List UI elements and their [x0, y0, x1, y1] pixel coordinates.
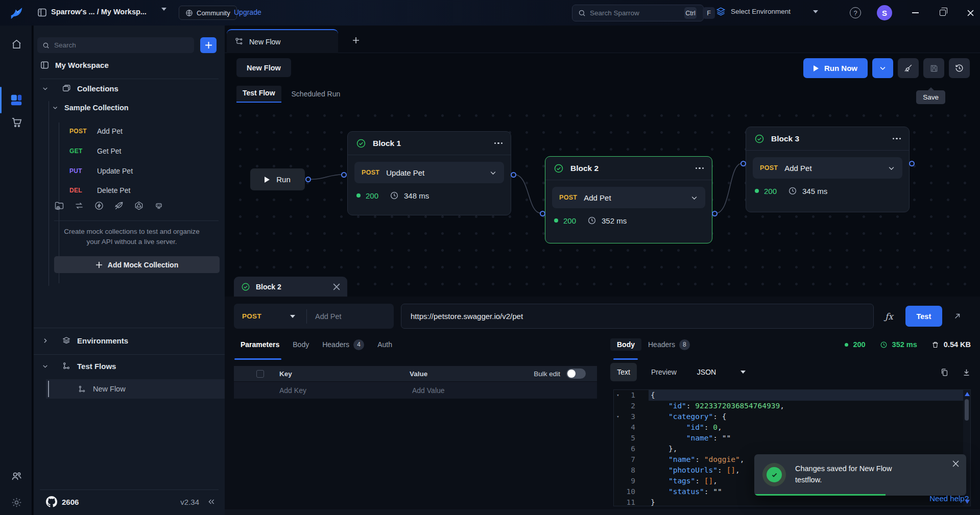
request-item[interactable]: GET Get Pet: [69, 143, 121, 159]
connector-handle[interactable]: [740, 161, 746, 166]
success-check-icon: [762, 463, 786, 486]
home-icon[interactable]: [9, 37, 23, 51]
divider: [40, 79, 219, 79]
tab-response-body[interactable]: Body: [610, 338, 641, 351]
format-caret-icon[interactable]: [740, 371, 746, 374]
workspace-caret-icon[interactable]: [161, 11, 166, 20]
block-menu-icon[interactable]: [494, 142, 503, 144]
clear-canvas-button[interactable]: [898, 58, 919, 78]
new-tab-button[interactable]: [348, 33, 364, 48]
maximize-button[interactable]: [936, 6, 950, 19]
marketplace-cart-icon[interactable]: [9, 115, 23, 129]
collapse-sidebar-icon[interactable]: [207, 498, 216, 506]
block-request-select[interactable]: POST Update Pet: [354, 162, 504, 183]
flow-block-3[interactable]: Block 3 POST Add Pet 200 345 ms: [746, 127, 910, 212]
connector-handle[interactable]: [305, 177, 311, 182]
add-mock-collection-button[interactable]: Add Mock Collection: [54, 256, 220, 273]
detail-block-tab[interactable]: Block 2: [234, 277, 347, 297]
community-users-icon[interactable]: [9, 469, 23, 483]
open-request-icon[interactable]: [952, 311, 962, 321]
scroll-thumb[interactable]: [965, 399, 969, 421]
collections-nav-icon[interactable]: [9, 93, 23, 107]
block-request-select[interactable]: POST Add Pet: [552, 187, 705, 208]
url-input[interactable]: [411, 312, 864, 321]
format-select[interactable]: JSON: [697, 368, 716, 376]
sidebar-search-input[interactable]: [54, 41, 189, 49]
add-new-button[interactable]: [200, 37, 217, 53]
environment-selector[interactable]: Select Environment: [716, 7, 818, 16]
community-button[interactable]: Community: [179, 6, 237, 20]
url-field[interactable]: [401, 304, 874, 329]
settings-gear-icon[interactable]: [9, 495, 23, 509]
block-menu-icon[interactable]: [893, 138, 901, 140]
close-icon[interactable]: [333, 283, 340, 290]
tab-body[interactable]: Body: [286, 338, 316, 351]
minimize-button[interactable]: [908, 6, 922, 19]
mock-pen-icon[interactable]: [113, 200, 125, 212]
tab-auth[interactable]: Auth: [371, 338, 399, 351]
global-search-input[interactable]: [590, 9, 680, 17]
need-help-link[interactable]: Need help?: [929, 494, 969, 503]
sync-arrows-icon[interactable]: [73, 200, 85, 212]
sidebar-search[interactable]: [37, 37, 194, 53]
key-input[interactable]: [279, 386, 412, 395]
view-preview-button[interactable]: Preview: [651, 368, 677, 376]
sidebar-item-new-flow[interactable]: New Flow: [46, 379, 225, 399]
value-input[interactable]: [412, 386, 505, 395]
workspace-title[interactable]: My Workspace: [40, 60, 109, 70]
help-button[interactable]: ?: [850, 7, 861, 18]
connector-handle[interactable]: [511, 172, 516, 178]
run-options-button[interactable]: [872, 58, 893, 78]
dynamic-expression-icon[interactable]: ƒx: [885, 311, 893, 322]
run-node-label: Run: [276, 175, 291, 184]
collections-section[interactable]: Collections: [42, 84, 118, 93]
tab-scheduled-run[interactable]: Scheduled Run: [285, 87, 347, 103]
test-flows-section[interactable]: Test Flows: [42, 361, 116, 371]
run-now-button[interactable]: Run Now: [803, 58, 868, 78]
select-all-checkbox[interactable]: [256, 370, 264, 378]
connector-handle[interactable]: [712, 211, 718, 216]
history-button[interactable]: [949, 58, 970, 78]
github-icon[interactable]: [46, 496, 57, 507]
tab-test-flow[interactable]: Test Flow: [236, 86, 281, 103]
request-name: Update Pet: [386, 168, 483, 177]
request-item[interactable]: POST Add Pet: [69, 124, 123, 139]
test-button[interactable]: Test: [905, 306, 942, 327]
tab-new-flow[interactable]: New Flow: [227, 29, 338, 53]
view-text-button[interactable]: Text: [610, 363, 637, 381]
flow-block-1[interactable]: Block 1 POST Update Pet 200 348 ms: [347, 131, 511, 215]
ai-bot-icon[interactable]: [153, 200, 165, 212]
close-button[interactable]: [963, 6, 977, 19]
connector-handle[interactable]: [540, 211, 545, 216]
tab-parameters[interactable]: Parameters: [234, 338, 286, 351]
toast-close-icon[interactable]: [952, 460, 959, 467]
graphql-icon[interactable]: [133, 200, 145, 212]
scroll-up-icon[interactable]: [965, 392, 970, 396]
block-menu-icon[interactable]: [696, 167, 704, 169]
block-request-select[interactable]: POST Add Pet: [753, 157, 902, 179]
breadcrumb[interactable]: Sparrow's ... / My Worksp...: [51, 8, 147, 16]
bulk-edit-toggle[interactable]: [566, 369, 586, 379]
environments-section[interactable]: Environments: [42, 336, 128, 345]
request-item[interactable]: DEL Delete Pet: [69, 183, 130, 198]
upgrade-link[interactable]: Upgrade: [234, 8, 261, 16]
run-node[interactable]: Run: [250, 168, 305, 190]
global-search[interactable]: Ctrl F: [572, 5, 704, 21]
connector-handle[interactable]: [341, 172, 347, 178]
status-dot: [845, 343, 848, 347]
tab-headers[interactable]: Headers 4: [316, 337, 371, 352]
download-icon[interactable]: [962, 368, 971, 377]
sample-collection[interactable]: Sample Collection: [52, 104, 129, 112]
connector-handle[interactable]: [909, 161, 915, 166]
flow-view-tabs: Test Flow Scheduled Run: [236, 86, 346, 103]
flash-circle-icon[interactable]: [93, 200, 105, 212]
save-button[interactable]: [923, 58, 944, 78]
add-folder-icon[interactable]: [53, 200, 65, 212]
copy-icon[interactable]: [940, 368, 949, 377]
request-item[interactable]: PUT Update Pet: [69, 163, 133, 179]
avatar[interactable]: S: [877, 5, 892, 20]
method-select[interactable]: POST Add Pet: [234, 304, 394, 329]
flow-block-2[interactable]: Block 2 POST Add Pet 200 352 ms: [545, 156, 712, 243]
request-name-placeholder[interactable]: Add Pet: [315, 312, 342, 321]
tab-response-headers[interactable]: Headers 8: [641, 337, 697, 352]
